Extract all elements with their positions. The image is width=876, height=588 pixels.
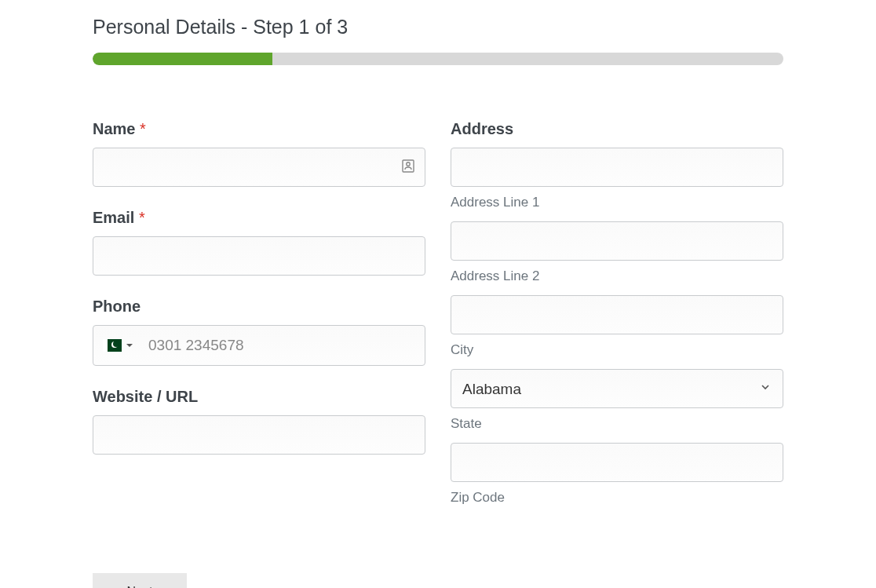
email-label: Email * <box>93 209 425 227</box>
website-input[interactable] <box>93 415 425 455</box>
address-label: Address <box>451 120 783 138</box>
next-button[interactable]: Next <box>93 573 187 588</box>
city-sublabel: City <box>451 342 783 358</box>
zip-input[interactable] <box>451 443 783 482</box>
progress-fill <box>93 53 272 65</box>
website-label: Website / URL <box>93 388 425 406</box>
pakistan-flag-icon <box>103 339 122 352</box>
required-star: * <box>140 120 146 137</box>
name-input[interactable] <box>93 148 425 187</box>
required-star: * <box>139 209 145 226</box>
phone-field-wrapper <box>93 325 425 366</box>
address-line1-input[interactable] <box>451 148 783 187</box>
address-line2-input[interactable] <box>451 221 783 261</box>
city-input[interactable] <box>451 295 783 334</box>
name-label: Name * <box>93 120 425 138</box>
phone-input[interactable] <box>141 326 425 365</box>
chevron-down-icon <box>126 344 133 347</box>
country-flag-selector[interactable] <box>93 339 141 352</box>
name-label-text: Name <box>93 120 135 137</box>
email-label-text: Email <box>93 209 134 226</box>
email-input[interactable] <box>93 236 425 276</box>
progress-bar <box>93 53 783 65</box>
state-select[interactable]: Alabama <box>451 369 783 408</box>
address-line2-sublabel: Address Line 2 <box>451 268 783 284</box>
address-line1-sublabel: Address Line 1 <box>451 195 783 210</box>
page-title: Personal Details - Step 1 of 3 <box>93 16 783 38</box>
phone-label: Phone <box>93 298 425 316</box>
state-sublabel: State <box>451 416 783 432</box>
zip-sublabel: Zip Code <box>451 490 783 506</box>
